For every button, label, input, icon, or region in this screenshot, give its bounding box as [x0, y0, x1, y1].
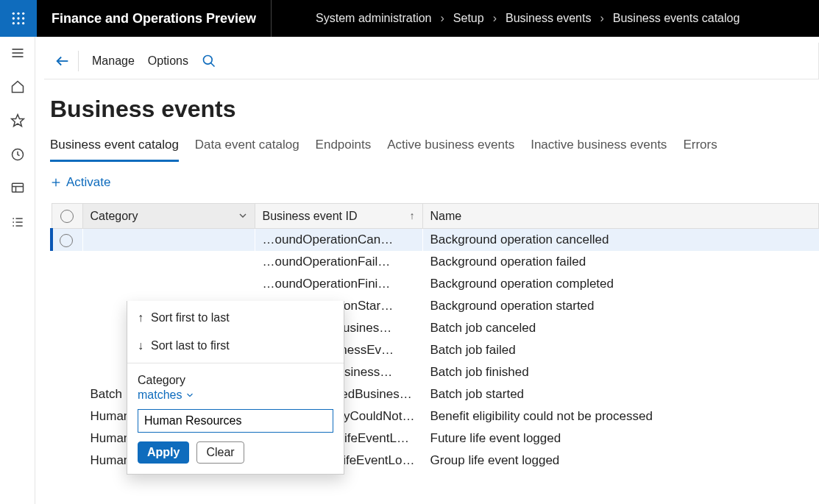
table-row[interactable]: …oundOperationFail…Background operation …	[52, 251, 819, 273]
select-all-radio[interactable]	[60, 210, 74, 223]
svg-point-3	[13, 17, 15, 19]
cell-event-id: …oundOperationFini…	[255, 273, 422, 295]
row-select[interactable]	[52, 405, 82, 427]
column-event-id-label: Business event ID	[263, 210, 358, 222]
sort-descending[interactable]: ↓ Sort last to first	[127, 332, 344, 360]
row-select[interactable]	[52, 383, 82, 405]
filter-value-input[interactable]	[138, 409, 333, 433]
svg-point-1	[17, 13, 19, 15]
column-event-id[interactable]: Business event ID ↑	[255, 204, 422, 229]
tab-errors[interactable]: Errors	[683, 133, 717, 162]
svg-point-6	[13, 22, 15, 24]
column-name[interactable]: Name	[422, 204, 819, 229]
svg-rect-14	[12, 183, 23, 192]
sort-descending-label: Sort last to first	[151, 339, 230, 352]
breadcrumb: System administration › Setup › Business…	[272, 12, 740, 25]
row-select[interactable]	[52, 295, 82, 317]
chevron-right-icon: ›	[493, 12, 497, 25]
cell-category	[82, 273, 255, 295]
app-launcher-button[interactable]	[0, 0, 37, 37]
breadcrumb-item[interactable]: Business events	[506, 12, 592, 25]
activate-label: Activate	[66, 175, 110, 190]
cell-event-id: …oundOperationCan…	[255, 229, 422, 252]
home-icon[interactable]	[9, 78, 26, 96]
manage-menu[interactable]: Manage	[92, 54, 135, 68]
hamburger-icon[interactable]	[9, 44, 26, 62]
row-select[interactable]	[52, 251, 82, 273]
svg-point-7	[17, 22, 19, 24]
cell-name: Background operation failed	[422, 251, 819, 273]
row-select[interactable]	[52, 317, 82, 339]
svg-point-0	[13, 13, 15, 15]
svg-marker-12	[11, 115, 24, 127]
chevron-right-icon: ›	[440, 12, 444, 25]
app-title: Finance and Operations Preview	[37, 0, 272, 37]
svg-point-4	[17, 17, 19, 19]
options-menu[interactable]: Options	[148, 54, 188, 68]
workspace-icon[interactable]	[9, 180, 26, 197]
back-button[interactable]	[54, 51, 79, 71]
plus-icon	[50, 177, 62, 188]
chevron-down-icon	[185, 390, 195, 400]
row-select[interactable]	[52, 229, 82, 252]
cell-category	[82, 229, 255, 252]
column-select[interactable]	[52, 204, 82, 229]
row-radio[interactable]	[60, 234, 73, 247]
filter-operator[interactable]: matches	[138, 388, 195, 402]
row-select[interactable]	[52, 427, 82, 450]
cell-name: Batch job canceled	[422, 317, 819, 339]
cell-category	[82, 251, 255, 273]
cell-name: Background operation started	[422, 295, 819, 317]
clock-icon[interactable]	[9, 146, 26, 163]
cell-name: Benefit eligibility could not be process…	[422, 405, 819, 427]
cell-name: Group life event logged	[422, 450, 819, 472]
cell-name: Background operation cancelled	[422, 229, 819, 252]
chevron-down-icon[interactable]	[237, 210, 249, 221]
cell-event-id: …oundOperationFail…	[255, 251, 422, 273]
sort-ascending[interactable]: ↑ Sort first to last	[127, 301, 344, 332]
table-row[interactable]: …oundOperationCan…Background operation c…	[52, 229, 819, 252]
cell-name: Batch job started	[422, 383, 819, 405]
filter-label: Category	[138, 374, 333, 387]
filter-operator-label: matches	[138, 388, 182, 402]
chevron-right-icon: ›	[600, 12, 603, 25]
tab-business-event-catalog[interactable]: Business event catalog	[50, 133, 179, 162]
star-icon[interactable]	[9, 112, 26, 129]
breadcrumb-item[interactable]: System administration	[316, 12, 431, 25]
arrow-left-icon	[54, 53, 71, 69]
waffle-icon	[11, 11, 26, 26]
tab-inactive-business-events[interactable]: Inactive business events	[531, 133, 667, 162]
column-filter-popup: ↑ Sort first to last ↓ Sort last to firs…	[127, 301, 344, 475]
activate-button[interactable]: Activate	[50, 175, 110, 190]
tab-active-business-events[interactable]: Active business events	[387, 133, 514, 162]
column-category-label: Category	[91, 210, 138, 222]
breadcrumb-item[interactable]: Setup	[453, 12, 484, 25]
left-nav	[0, 37, 35, 504]
arrow-up-icon: ↑	[138, 311, 143, 324]
action-bar: Manage Options	[44, 43, 819, 79]
apply-button[interactable]: Apply	[138, 441, 189, 464]
sort-ascending-label: Sort first to last	[151, 311, 230, 324]
tab-data-event-catalog[interactable]: Data event catalog	[195, 133, 299, 162]
row-select[interactable]	[52, 450, 82, 472]
cell-name: Batch job finished	[422, 361, 819, 383]
search-icon	[202, 54, 216, 68]
row-select[interactable]	[52, 339, 82, 361]
table-row[interactable]: …oundOperationFini…Background operation …	[52, 273, 819, 295]
tab-endpoints[interactable]: Endpoints	[316, 133, 372, 162]
svg-point-24	[203, 55, 212, 64]
modules-icon[interactable]	[9, 213, 26, 231]
arrow-down-icon: ↓	[138, 339, 143, 352]
column-category[interactable]: Category	[82, 204, 255, 229]
cell-name: Batch job failed	[422, 339, 819, 361]
tabs: Business event catalog Data event catalo…	[50, 133, 819, 162]
row-select[interactable]	[52, 273, 82, 295]
column-name-label: Name	[430, 210, 462, 222]
breadcrumb-item[interactable]: Business events catalog	[613, 12, 740, 25]
svg-point-5	[22, 17, 24, 19]
search-button[interactable]	[202, 54, 216, 68]
top-bar: Finance and Operations Preview System ad…	[0, 0, 819, 37]
row-select[interactable]	[52, 361, 82, 383]
cell-name: Future life event logged	[422, 427, 819, 450]
clear-button[interactable]: Clear	[196, 441, 244, 464]
